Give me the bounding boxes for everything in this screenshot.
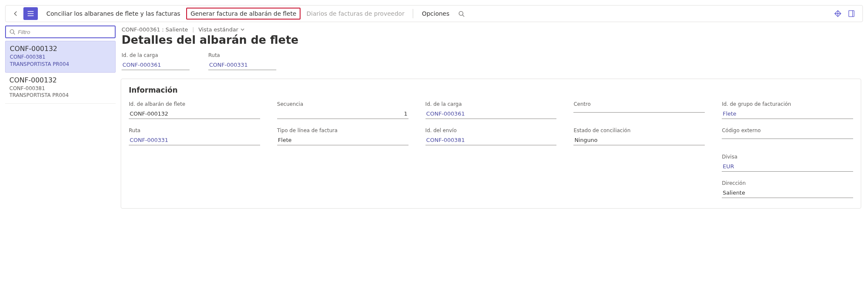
- app-bar: Conciliar los albaranes de flete y las f…: [5, 5, 863, 22]
- list-item-title: CONF-000132: [9, 76, 111, 84]
- search-icon: [458, 11, 465, 17]
- info-section: Información Id. de albarán de flete CONF…: [121, 79, 861, 209]
- list-item-title: CONF-000132: [10, 45, 111, 53]
- menu-button[interactable]: [23, 7, 38, 20]
- center-field[interactable]: [573, 109, 705, 113]
- route-field[interactable]: CONF-000331: [129, 135, 260, 145]
- sequence-field[interactable]: 1: [277, 109, 408, 119]
- breadcrumb: CONF-000361 : Saliente | Vista estándar: [122, 26, 863, 33]
- search-icon: [9, 29, 15, 35]
- section-title: Información: [129, 86, 853, 94]
- field-label: Id. de grupo de facturación: [722, 101, 853, 107]
- field-label: Centro: [573, 101, 705, 107]
- list-item[interactable]: CONF-000132 CONF-000381 TRANSPORTISTA PR…: [5, 73, 116, 104]
- hamburger-icon: [27, 11, 34, 17]
- sidebar: CONF-000132 CONF-000381 TRANSPORTISTA PR…: [5, 25, 116, 104]
- chevron-down-icon: [240, 27, 245, 32]
- field-label: Divisa: [722, 154, 853, 160]
- list-item-sub: TRANSPORTISTA PR004: [9, 92, 111, 99]
- office-icon: [848, 10, 855, 17]
- field-label: Id. del envío: [425, 127, 557, 133]
- content-pane: CONF-000361 : Saliente | Vista estándar …: [121, 25, 863, 209]
- dataverse-button[interactable]: [832, 8, 844, 20]
- header-fields: Id. de la carga CONF-000361 Ruta CONF-00…: [121, 52, 863, 79]
- billing-group-field[interactable]: Flete: [722, 109, 853, 119]
- back-button[interactable]: [11, 8, 21, 19]
- list-item-sub: CONF-000381: [10, 54, 111, 61]
- cmd-reconcile[interactable]: Conciliar los albaranes de flete y las f…: [42, 8, 184, 20]
- arrow-left-icon: [12, 10, 19, 17]
- load-id-field[interactable]: CONF-000361: [122, 60, 190, 70]
- view-label: Vista estándar: [199, 26, 238, 33]
- diamond-icon: [834, 10, 842, 17]
- freight-bill-id-field[interactable]: CONF-000132: [129, 109, 260, 119]
- list-item-sub: CONF-000381: [9, 85, 111, 92]
- field-label: Tipo de línea de factura: [277, 127, 408, 133]
- search-button[interactable]: [455, 8, 467, 20]
- load-id-field[interactable]: CONF-000361: [425, 109, 557, 119]
- ship-id-field[interactable]: CONF-000381: [425, 135, 557, 145]
- line-type-field[interactable]: Flete: [277, 135, 408, 145]
- svg-rect-1: [849, 11, 854, 17]
- field-label: Ruta: [208, 52, 276, 58]
- field-label: Ruta: [129, 127, 260, 133]
- cmd-generate-invoice[interactable]: Generar factura de albarán de flete: [186, 8, 301, 20]
- field-label: Secuencia: [277, 101, 408, 107]
- filter-field[interactable]: [5, 25, 116, 38]
- cmd-vendor-invoice-journals: Diarios de facturas de proveedor: [302, 8, 408, 20]
- list-item-sub: TRANSPORTISTA PR004: [10, 61, 111, 68]
- field-label: Dirección: [722, 180, 853, 186]
- svg-point-2: [10, 30, 14, 34]
- filter-input[interactable]: [18, 29, 111, 35]
- separator: [413, 9, 413, 18]
- recon-status-field[interactable]: Ninguno: [573, 135, 705, 145]
- breadcrumb-id: CONF-000361 : Saliente: [122, 26, 188, 33]
- office-button[interactable]: [845, 8, 857, 20]
- page-title: Detalles del albarán de flete: [122, 34, 863, 46]
- svg-point-0: [459, 11, 463, 15]
- direction-field[interactable]: Saliente: [722, 188, 853, 198]
- field-label: Id. de la carga: [122, 52, 190, 58]
- currency-field[interactable]: EUR: [722, 161, 853, 172]
- list-item[interactable]: CONF-000132 CONF-000381 TRANSPORTISTA PR…: [5, 41, 116, 73]
- cmd-options[interactable]: Opciones: [417, 8, 454, 20]
- field-label: Id. de la carga: [425, 101, 557, 107]
- field-label: Estado de conciliación: [573, 127, 705, 133]
- separator: |: [192, 26, 194, 33]
- field-label: Id. de albarán de flete: [129, 101, 260, 107]
- field-label: Código externo: [722, 127, 853, 133]
- route-field[interactable]: CONF-000331: [208, 60, 276, 70]
- ext-code-field[interactable]: [722, 135, 853, 139]
- view-selector[interactable]: Vista estándar: [199, 26, 245, 33]
